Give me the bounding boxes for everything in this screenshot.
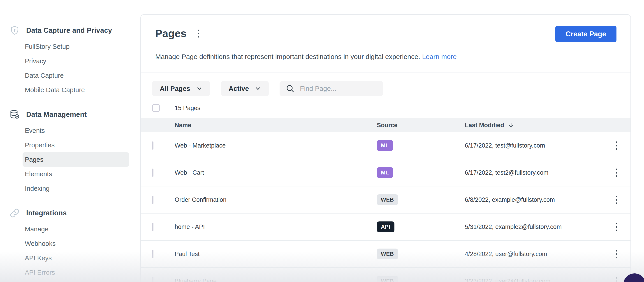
table-row: home - API API 5/31/2022, example2@fulls… <box>141 214 630 241</box>
row-checkbox[interactable] <box>152 277 154 282</box>
section-header-data-management: Data Management <box>9 107 140 122</box>
row-name: Web - Cart <box>175 169 377 176</box>
page-title-kebab-menu-icon[interactable] <box>196 28 200 39</box>
sidebar-item-data-capture[interactable]: Data Capture <box>22 68 129 83</box>
page-title: Pages <box>155 27 186 40</box>
pages-settings-card: Pages Create Page Manage Page definition… <box>140 14 631 282</box>
status-filter-value: Active <box>228 85 249 92</box>
row-last-modified: 6/17/2022, test2@fullstory.com <box>465 169 606 176</box>
column-header-last-modified[interactable]: Last Modified <box>465 122 606 129</box>
sidebar-section-integrations: Integrations Manage Webhooks API Keys AP… <box>9 205 140 280</box>
row-last-modified: 6/17/2022, test@fullstory.com <box>465 142 606 149</box>
section-title: Data Capture and Privacy <box>26 27 112 35</box>
section-title: Data Management <box>26 110 87 119</box>
column-header-source[interactable]: Source <box>377 122 465 129</box>
page-search-box <box>280 81 383 96</box>
row-last-modified: 4/28/2022, user@fullstory.com <box>465 251 606 258</box>
sidebar-item-fullstory-setup[interactable]: FullStory Setup <box>22 39 129 54</box>
row-name: home - API <box>175 223 377 230</box>
source-badge: WEB <box>377 248 398 259</box>
row-name: Blueberry Page <box>175 278 377 282</box>
sidebar-item-events[interactable]: Events <box>22 123 129 138</box>
database-check-icon <box>9 109 20 120</box>
source-badge: ML <box>377 140 393 151</box>
search-icon <box>286 84 294 93</box>
create-page-button[interactable]: Create Page <box>555 26 616 42</box>
pages-count: 15 Pages <box>175 105 200 112</box>
row-last-modified: 3/23/2022, user2@fullstory.com <box>465 278 606 282</box>
source-badge: WEB <box>377 276 398 282</box>
row-last-modified: 5/31/2022, example2@fullstory.com <box>465 223 606 230</box>
row-checkbox[interactable] <box>152 169 154 177</box>
page-description-text: Manage Page definitions that represent i… <box>155 53 420 60</box>
row-checkbox[interactable] <box>152 142 154 150</box>
card-header: Pages Create Page Manage Page definition… <box>141 15 630 73</box>
page-type-filter-value: All Pages <box>160 85 190 92</box>
section-header-integrations: Integrations <box>9 205 140 221</box>
sidebar-item-webhooks[interactable]: Webhooks <box>22 236 129 251</box>
learn-more-link[interactable]: Learn more <box>422 53 456 60</box>
sidebar-item-api-keys[interactable]: API Keys <box>22 251 129 265</box>
row-kebab-menu-icon[interactable] <box>614 275 619 282</box>
page-search-input[interactable] <box>300 85 376 92</box>
row-kebab-menu-icon[interactable] <box>614 221 619 233</box>
status-filter-dropdown[interactable]: Active <box>221 81 269 96</box>
row-kebab-menu-icon[interactable] <box>614 194 619 206</box>
row-checkbox[interactable] <box>152 196 154 204</box>
column-header-name[interactable]: Name <box>175 122 377 129</box>
section-title: Integrations <box>26 209 67 217</box>
table-row: Web - Marketplace ML 6/17/2022, test@ful… <box>141 132 630 159</box>
sidebar-item-properties[interactable]: Properties <box>22 138 129 152</box>
sidebar-section-data-capture-privacy: Data Capture and Privacy FullStory Setup… <box>9 23 140 97</box>
sidebar-item-api-errors[interactable]: API Errors <box>22 265 129 280</box>
source-badge: WEB <box>377 194 398 205</box>
row-name: Web - Marketplace <box>175 142 377 149</box>
shield-icon <box>9 25 20 36</box>
settings-sidebar: Data Capture and Privacy FullStory Setup… <box>0 0 140 280</box>
row-kebab-menu-icon[interactable] <box>614 248 619 260</box>
table-row: Order Confirmation WEB 6/8/2022, example… <box>141 186 630 214</box>
sidebar-item-privacy[interactable]: Privacy <box>22 54 129 68</box>
row-name: Order Confirmation <box>175 196 377 203</box>
row-checkbox[interactable] <box>152 250 154 258</box>
row-checkbox[interactable] <box>152 223 154 231</box>
sidebar-item-pages[interactable]: Pages <box>22 152 129 167</box>
row-kebab-menu-icon[interactable] <box>614 167 619 179</box>
sidebar-item-elements[interactable]: Elements <box>22 167 129 181</box>
chevron-down-icon <box>255 85 261 92</box>
row-kebab-menu-icon[interactable] <box>614 140 619 152</box>
source-badge: ML <box>377 167 393 178</box>
page-description: Manage Page definitions that represent i… <box>155 52 617 61</box>
table-row: Web - Cart ML 6/17/2022, test2@fullstory… <box>141 159 630 186</box>
filter-bar: All Pages Active <box>141 73 630 96</box>
section-header-data-capture-privacy: Data Capture and Privacy <box>9 23 140 38</box>
row-last-modified: 6/8/2022, example@fullstory.com <box>465 196 606 203</box>
source-badge: API <box>377 221 394 232</box>
select-all-checkbox[interactable] <box>152 104 160 112</box>
chevron-down-icon <box>196 85 202 92</box>
pages-table-body: Web - Marketplace ML 6/17/2022, test@ful… <box>141 132 630 282</box>
table-row: Blueberry Page WEB 3/23/2022, user2@full… <box>141 268 630 282</box>
sidebar-item-indexing[interactable]: Indexing <box>22 181 129 196</box>
table-header-row: Name Source Last Modified <box>141 118 630 132</box>
link-icon <box>9 207 20 219</box>
table-row: Paul Test WEB 4/28/2022, user@fullstory.… <box>141 241 630 268</box>
sidebar-item-mobile-data-capture[interactable]: Mobile Data Capture <box>22 83 129 97</box>
sidebar-section-data-management: Data Management Events Properties Pages … <box>9 107 140 196</box>
sidebar-item-manage[interactable]: Manage <box>22 222 129 236</box>
page-type-filter-dropdown[interactable]: All Pages <box>152 81 210 96</box>
sort-descending-arrow-icon <box>508 122 514 128</box>
list-count-row: 15 Pages <box>141 100 630 115</box>
row-name: Paul Test <box>175 251 377 258</box>
